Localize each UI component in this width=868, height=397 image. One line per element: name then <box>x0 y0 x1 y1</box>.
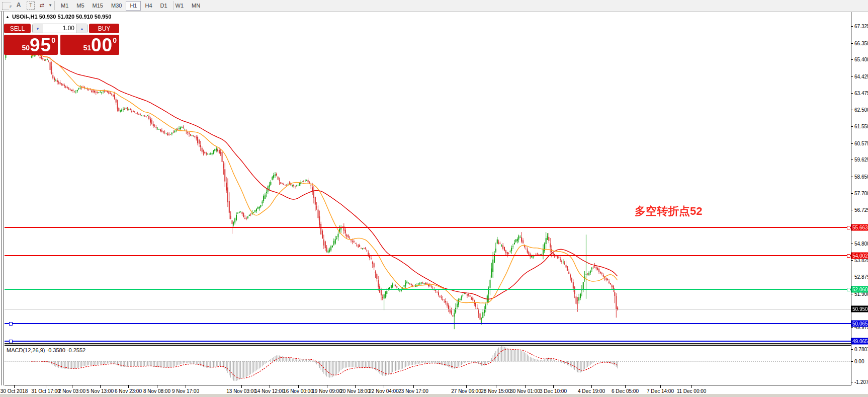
price-tick <box>851 277 853 277</box>
time-tick <box>72 385 72 388</box>
time-tick-label: 9 Nov 17:00 <box>172 388 199 394</box>
price-tick-label: 56.725 <box>854 207 868 213</box>
text-label-icon[interactable]: A <box>15 1 22 10</box>
sell-price-main: 95 <box>30 36 51 54</box>
timeframe-button-mn[interactable]: MN <box>188 1 204 11</box>
price-tick <box>851 59 853 60</box>
timeframe-button-m5[interactable]: M5 <box>72 1 88 11</box>
hline-50.065[interactable] <box>5 323 851 324</box>
sell-button[interactable]: SELL <box>4 24 31 33</box>
time-tick <box>157 385 157 388</box>
price-tag: 49.065 <box>851 338 868 345</box>
timeframe-button-w1[interactable]: W1 <box>171 1 188 11</box>
trading-terminal: F A T ⇄ ▾ M1M5M15M30H1H4D1W1MN 多空转折点52 ▲… <box>0 0 868 397</box>
buy-price-pip: 0 <box>113 35 117 44</box>
volume-increase-button[interactable]: ▴ <box>76 24 87 33</box>
timeframe-button-m15[interactable]: M15 <box>89 1 107 11</box>
price-tick <box>851 294 853 294</box>
price-tick <box>851 193 853 194</box>
hline-54.002[interactable] <box>5 255 851 256</box>
macd-canvas[interactable] <box>5 346 851 385</box>
time-tick-label: 22 Nov 04:00 <box>369 388 399 394</box>
time-tick <box>128 385 129 388</box>
volume-decrease-button[interactable]: ▾ <box>33 24 43 33</box>
sell-price-panel[interactable]: 50 95 0 <box>4 35 58 55</box>
buy-price-main: 00 <box>91 36 113 54</box>
current-price-line <box>5 309 851 309</box>
time-tick-label: 20 Nov 18:00 <box>340 388 370 394</box>
volume-input[interactable]: 1.00 <box>43 24 76 33</box>
hline-handle[interactable] <box>847 254 850 258</box>
time-tick-label: 27 Nov 06:00 <box>451 388 481 394</box>
window-bottom-edge <box>0 394 868 397</box>
time-tick <box>413 385 414 388</box>
one-click-trading-panel: SELL ▾ 1.00 ▴ BUY 50 95 0 51 00 0 <box>4 23 119 55</box>
price-tick-label: 61.550 <box>854 124 868 129</box>
timeframe-button-m1[interactable]: M1 <box>57 1 72 11</box>
price-tag: 52.060 <box>851 286 868 293</box>
hline-55.663[interactable] <box>5 227 851 228</box>
price-tick <box>851 93 853 94</box>
price-tick <box>851 43 853 44</box>
collapse-triangle-icon[interactable]: ▲ <box>6 15 10 19</box>
time-tick-label: 3 Dec 10:00 <box>540 388 567 394</box>
price-tick <box>851 177 853 177</box>
price-tag: 50.950 <box>851 306 868 312</box>
time-tick-label: 2 Nov 03:00 <box>58 388 85 394</box>
price-tick-label: 60.575 <box>854 140 868 146</box>
timeframe-button-h1[interactable]: H1 <box>126 1 141 11</box>
time-tick-label: 13 Nov 03:00 <box>226 388 256 394</box>
price-tick-label: 65.400 <box>854 57 868 62</box>
time-tick-label: 30 Nov 01:00 <box>510 388 540 394</box>
chart-title: ▲ USOil-,H1 50.930 51.020 50.910 50.950 <box>6 14 111 20</box>
hline-handle[interactable] <box>9 322 13 326</box>
price-tick-label: 52.875 <box>854 274 868 279</box>
time-tick <box>355 385 356 388</box>
time-tick-label: 31 Oct 17:00 <box>31 388 60 394</box>
toolbar-separator <box>54 1 55 10</box>
chevron-down-icon[interactable]: ▾ <box>48 1 53 10</box>
hline-handle[interactable] <box>9 340 13 343</box>
time-tick <box>525 385 526 388</box>
price-chart-canvas[interactable] <box>5 12 851 343</box>
hline-49.065[interactable] <box>5 341 851 342</box>
price-tick-label: 62.500 <box>854 107 868 113</box>
macd-tick-label: 0.00 <box>854 359 864 364</box>
buy-price-panel[interactable]: 51 00 0 <box>60 35 119 55</box>
hline-handle[interactable] <box>847 226 850 229</box>
price-tick-label: 66.350 <box>854 40 868 46</box>
macd-tick <box>851 361 853 362</box>
time-tick <box>46 385 46 388</box>
macd-tick <box>851 349 853 350</box>
time-tick-label: 6 Dec 05:00 <box>612 388 639 394</box>
price-tick-label: 64.425 <box>854 73 868 79</box>
price-tick-label: 57.700 <box>854 190 868 196</box>
price-tick <box>851 110 853 110</box>
indicator-grid-icon[interactable]: F <box>2 2 11 10</box>
price-tag: 54.002 <box>851 253 868 259</box>
timeframe-button-d1[interactable]: D1 <box>156 1 171 11</box>
sell-price-pip: 0 <box>51 35 55 44</box>
price-tick <box>851 327 853 328</box>
buy-button[interactable]: BUY <box>89 24 119 33</box>
time-tick-label: 19 Nov 09:00 <box>312 388 342 394</box>
time-tick-label: 4 Dec 19:00 <box>578 388 605 394</box>
time-tick <box>384 385 384 388</box>
timeframe-button-m30[interactable]: M30 <box>107 1 126 11</box>
time-tick <box>466 385 467 388</box>
volume-stepper: ▾ 1.00 ▴ <box>32 24 88 33</box>
price-axis[interactable]: 67.32566.35065.40064.42563.47562.50061.5… <box>851 12 868 385</box>
price-tick-label: 58.650 <box>854 174 868 179</box>
timeframe-button-h4[interactable]: H4 <box>141 1 156 11</box>
time-tick-label: 8 Nov 08:00 <box>143 388 170 394</box>
price-tick <box>851 160 853 160</box>
time-tick-label: 30 Oct 2018 <box>1 388 28 394</box>
time-tick-label: 28 Nov 15:00 <box>481 388 511 394</box>
price-tick <box>851 26 853 27</box>
hline-52.060[interactable] <box>5 289 851 290</box>
sell-price-handle: 50 <box>22 44 30 55</box>
hline-handle[interactable] <box>847 288 850 291</box>
arrows-icon[interactable]: ⇄ <box>37 1 46 10</box>
text-box-icon[interactable]: T <box>27 2 35 10</box>
time-tick-label: 16 Nov 00:00 <box>283 388 313 394</box>
